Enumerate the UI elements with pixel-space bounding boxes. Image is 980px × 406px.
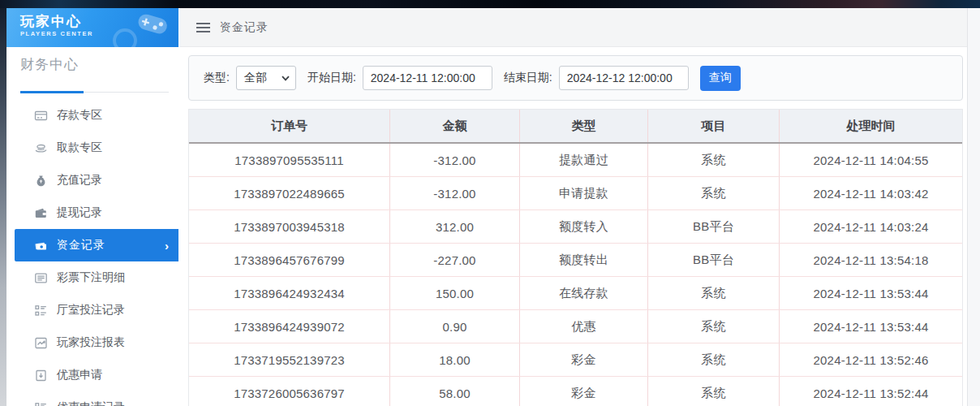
sidebar-item-label: 玩家投注报表 bbox=[57, 335, 125, 350]
column-header-order-no: 订单号 bbox=[189, 110, 390, 142]
sidebar-item-promo-apply[interactable]: 优惠申请 bbox=[6, 359, 178, 391]
vertical-scrollbar[interactable] bbox=[967, 8, 980, 406]
sidebar-item-recharge-record[interactable]: 充值记录 bbox=[6, 164, 178, 197]
cell-order-no: 1733896424932434 bbox=[189, 277, 390, 309]
sidebar-item-player-bet-report[interactable]: 玩家投注报表 bbox=[6, 326, 178, 359]
cell-amount: 18.00 bbox=[390, 343, 520, 376]
promo-record-icon bbox=[34, 401, 48, 406]
main-content: 资金记录 类型: 全部 开始日期: 结束日期: 查询 订单号 金额 类型 项目 … bbox=[180, 8, 967, 406]
cell-amount: -227.00 bbox=[390, 244, 520, 276]
start-date-input[interactable] bbox=[363, 66, 492, 90]
sidebar-item-label: 彩票下注明细 bbox=[57, 270, 125, 285]
cell-project: BB平台 bbox=[648, 210, 780, 243]
cell-order-no: 1733896457676799 bbox=[189, 244, 390, 276]
cell-type: 额度转入 bbox=[520, 210, 648, 243]
type-select[interactable]: 全部 bbox=[236, 66, 296, 90]
cell-amount: 0.90 bbox=[390, 310, 520, 343]
cell-process-time: 2024-12-11 13:52:46 bbox=[780, 343, 962, 376]
sidebar-section-finance-center: 财务中心 bbox=[20, 55, 169, 93]
column-header-process-time: 处理时间 bbox=[780, 110, 962, 142]
promo-apply-icon bbox=[34, 369, 48, 382]
table-row[interactable]: 1733897022489665 -312.00 申请提款 系统 2024-12… bbox=[189, 177, 962, 210]
cell-order-no: 1733719552139723 bbox=[189, 343, 390, 376]
cell-amount: 312.00 bbox=[390, 210, 520, 243]
column-header-type: 类型 bbox=[520, 110, 648, 142]
sidebar-item-label: 资金记录 bbox=[57, 238, 105, 253]
sidebar-item-deposit-zone[interactable]: 存款专区 bbox=[6, 99, 178, 132]
table-row[interactable]: 1733726005636797 58.00 彩金 系统 2024-12-11 … bbox=[189, 377, 962, 406]
type-select-value: 全部 bbox=[244, 71, 267, 85]
table-row[interactable]: 1733896424932434 150.00 在线存款 系统 2024-12-… bbox=[189, 277, 962, 310]
sidebar-item-label: 取款专区 bbox=[57, 140, 102, 155]
cell-project: BB平台 bbox=[648, 244, 780, 276]
funds-record-table: 订单号 金额 类型 项目 处理时间 1733897095535111 -312.… bbox=[188, 109, 963, 406]
hamburger-menu-icon[interactable] bbox=[196, 20, 210, 35]
recharge-bag-icon bbox=[34, 174, 48, 188]
search-button[interactable]: 查询 bbox=[700, 66, 741, 91]
cell-project: 系统 bbox=[648, 144, 780, 176]
table-row[interactable]: 1733897003945318 312.00 额度转入 BB平台 2024-1… bbox=[189, 210, 962, 244]
table-row[interactable]: 1733896457676799 -227.00 额度转出 BB平台 2024-… bbox=[189, 244, 962, 277]
cell-process-time: 2024-12-11 13:53:44 bbox=[780, 277, 962, 309]
cell-amount: 150.00 bbox=[390, 277, 520, 309]
cell-process-time: 2024-12-11 14:03:24 bbox=[780, 210, 962, 243]
cell-amount: 58.00 bbox=[390, 377, 520, 406]
cell-order-no: 1733896424939072 bbox=[189, 310, 390, 343]
cell-project: 系统 bbox=[648, 277, 780, 309]
cell-type: 彩金 bbox=[520, 377, 648, 406]
table-row[interactable]: 1733897095535111 -312.00 提款通过 系统 2024-12… bbox=[189, 144, 962, 177]
cell-process-time: 2024-12-11 13:53:44 bbox=[780, 310, 962, 343]
end-date-input[interactable] bbox=[559, 66, 689, 90]
sidebar-item-label: 优惠申请记录 bbox=[57, 400, 125, 406]
sidebar-item-label: 优惠申请 bbox=[57, 368, 102, 382]
cell-order-no: 1733897003945318 bbox=[189, 210, 390, 243]
cell-type: 额度转出 bbox=[520, 244, 648, 276]
player-report-icon bbox=[34, 336, 48, 350]
cell-type: 优惠 bbox=[520, 310, 648, 343]
sidebar: 玩家中心 PLAYERS CENTER 财务中心 存款专区 取款专区 充值记 bbox=[6, 8, 178, 406]
cell-amount: -312.00 bbox=[390, 177, 520, 209]
sidebar-item-hall-bet-record[interactable]: 厅室投注记录 bbox=[6, 294, 178, 326]
topbar: 资金记录 bbox=[180, 8, 967, 47]
hall-bet-record-icon bbox=[34, 304, 48, 317]
gamepad-icon bbox=[112, 10, 174, 47]
withdraw-wallet-icon bbox=[34, 206, 48, 220]
sidebar-item-withdraw-zone[interactable]: 取款专区 bbox=[6, 132, 178, 164]
cell-process-time: 2024-12-11 13:52:44 bbox=[780, 377, 962, 406]
cell-type: 彩金 bbox=[520, 343, 648, 376]
filter-bar: 类型: 全部 开始日期: 结束日期: 查询 bbox=[188, 55, 963, 101]
deposit-card-icon bbox=[34, 109, 48, 123]
sidebar-item-promo-apply-record[interactable]: 优惠申请记录 bbox=[6, 391, 178, 406]
cell-order-no: 1733897095535111 bbox=[189, 144, 390, 176]
section-title: 财务中心 bbox=[20, 55, 169, 74]
window-background-top-strip bbox=[0, 0, 980, 8]
cell-process-time: 2024-12-11 13:54:18 bbox=[780, 244, 962, 276]
chevron-right-icon: › bbox=[165, 239, 169, 253]
table-row[interactable]: 1733896424939072 0.90 优惠 系统 2024-12-11 1… bbox=[189, 310, 962, 343]
cell-project: 系统 bbox=[648, 310, 780, 343]
breadcrumb: 资金记录 bbox=[220, 20, 269, 35]
cell-project: 系统 bbox=[648, 343, 780, 376]
table-row[interactable]: 1733719552139723 18.00 彩金 系统 2024-12-11 … bbox=[189, 343, 962, 377]
column-header-project: 项目 bbox=[648, 110, 780, 142]
sidebar-item-lottery-bet-detail[interactable]: 彩票下注明细 bbox=[6, 261, 178, 294]
table-header-row: 订单号 金额 类型 项目 处理时间 bbox=[189, 110, 962, 144]
sidebar-item-label: 厅室投注记录 bbox=[57, 303, 125, 317]
cell-project: 系统 bbox=[648, 177, 780, 209]
sidebar-item-label: 存款专区 bbox=[57, 108, 102, 123]
window-background-left-strip bbox=[0, 8, 6, 406]
sidebar-item-withdrawal-record[interactable]: 提现记录 bbox=[6, 197, 178, 229]
sidebar-item-label: 充值记录 bbox=[57, 173, 102, 188]
sidebar-item-funds-record[interactable]: 资金记录 › bbox=[15, 229, 178, 261]
brand-header: 玩家中心 PLAYERS CENTER bbox=[6, 8, 178, 47]
cell-amount: -312.00 bbox=[390, 144, 520, 176]
cell-project: 系统 bbox=[648, 377, 780, 406]
cell-order-no: 1733897022489665 bbox=[189, 177, 390, 209]
chevron-down-icon bbox=[282, 76, 290, 81]
cell-type: 在线存款 bbox=[520, 277, 648, 309]
table-body: 1733897095535111 -312.00 提款通过 系统 2024-12… bbox=[189, 144, 962, 406]
section-divider-accent bbox=[20, 91, 84, 93]
cell-order-no: 1733726005636797 bbox=[189, 377, 390, 406]
lottery-detail-icon bbox=[34, 271, 48, 285]
column-header-amount: 金额 bbox=[390, 110, 520, 142]
